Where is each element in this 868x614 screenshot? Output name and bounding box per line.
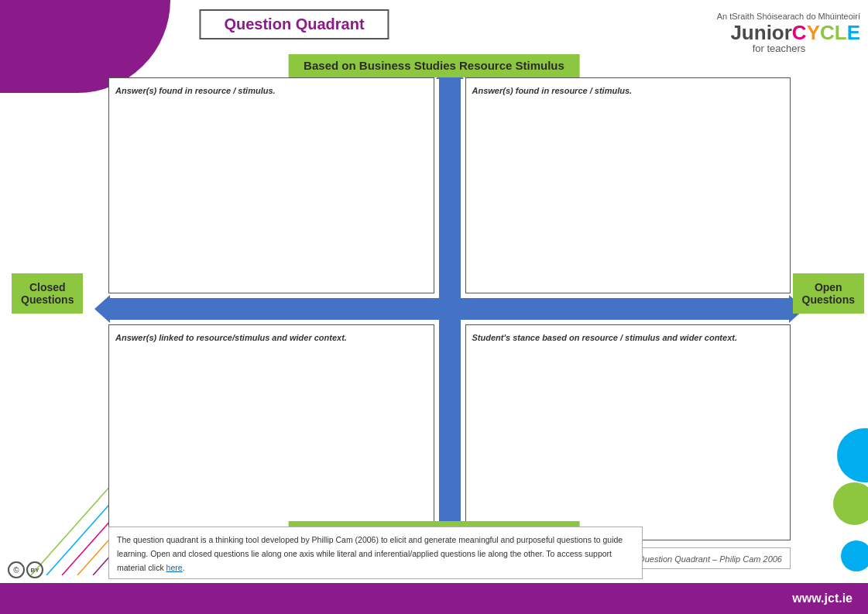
title-box: Question Quadrant bbox=[199, 9, 389, 39]
right-axis-label: Open Questions bbox=[793, 273, 864, 314]
footer-url: www.jct.ie bbox=[792, 592, 853, 605]
jct-c: C bbox=[792, 21, 807, 44]
jct-for-teachers: for teachers bbox=[698, 43, 860, 54]
jct-tagline: An tSraith Shóisearach do Mhúinteoirí bbox=[698, 12, 860, 21]
left-axis-label: Closed Questions bbox=[12, 273, 83, 314]
quadrant-bottom-left: Answer(s) linked to resource/stimulus an… bbox=[108, 324, 434, 540]
info-text-content: The question quadrant is a thinking tool… bbox=[117, 535, 623, 572]
quadrant-top-left: Answer(s) found in resource / stimulus. bbox=[108, 77, 434, 293]
quadrant-area: Answer(s) found in resource / stimulus. … bbox=[108, 77, 791, 540]
cc-by-circle: BY bbox=[26, 561, 43, 578]
quadrant-top-right: Answer(s) found in resource / stimulus. bbox=[465, 77, 791, 293]
circle-blue bbox=[841, 540, 868, 571]
left-label-line1: Closed bbox=[21, 281, 74, 293]
right-label-line2: Questions bbox=[802, 293, 855, 306]
circle-large-blue bbox=[837, 428, 868, 482]
circle-green bbox=[833, 482, 868, 525]
q-bottom-left-label: Answer(s) linked to resource/stimulus an… bbox=[115, 333, 347, 342]
left-label-line2: Questions bbox=[21, 293, 74, 306]
arrow-left bbox=[94, 295, 110, 323]
jct-junior: Junior bbox=[730, 21, 791, 44]
top-axis-label-text: Based on Business Studies Resource Stimu… bbox=[304, 59, 564, 72]
cc-c-circle: © bbox=[8, 561, 25, 578]
jct-logo: An tSraith Shóisearach do Mhúinteoirí Ju… bbox=[698, 12, 860, 54]
cc-license-icon: © BY bbox=[8, 561, 43, 578]
q-bottom-right-label: Student's stance based on resource / sti… bbox=[472, 333, 737, 342]
top-axis-label: Based on Business Studies Resource Stimu… bbox=[288, 54, 580, 77]
quadrant-bottom-right: Student's stance based on resource / sti… bbox=[465, 324, 791, 540]
footer-bar: www.jct.ie bbox=[0, 583, 868, 614]
info-text: The question quadrant is a thinking tool… bbox=[117, 535, 623, 572]
info-box: The question quadrant is a thinking tool… bbox=[108, 527, 643, 579]
jct-e: E bbox=[847, 21, 860, 44]
q-top-right-label: Answer(s) found in resource / stimulus. bbox=[472, 86, 633, 95]
jct-name: JuniorCYCLE bbox=[698, 22, 860, 43]
page-title: Question Quadrant bbox=[224, 15, 364, 33]
info-link[interactable]: here bbox=[166, 563, 183, 572]
right-label-line1: Open bbox=[802, 281, 855, 293]
jct-cl: CL bbox=[820, 21, 847, 44]
jct-y: Y bbox=[807, 21, 820, 44]
vertical-axis bbox=[439, 77, 461, 540]
q-top-left-label: Answer(s) found in resource / stimulus. bbox=[115, 86, 276, 95]
